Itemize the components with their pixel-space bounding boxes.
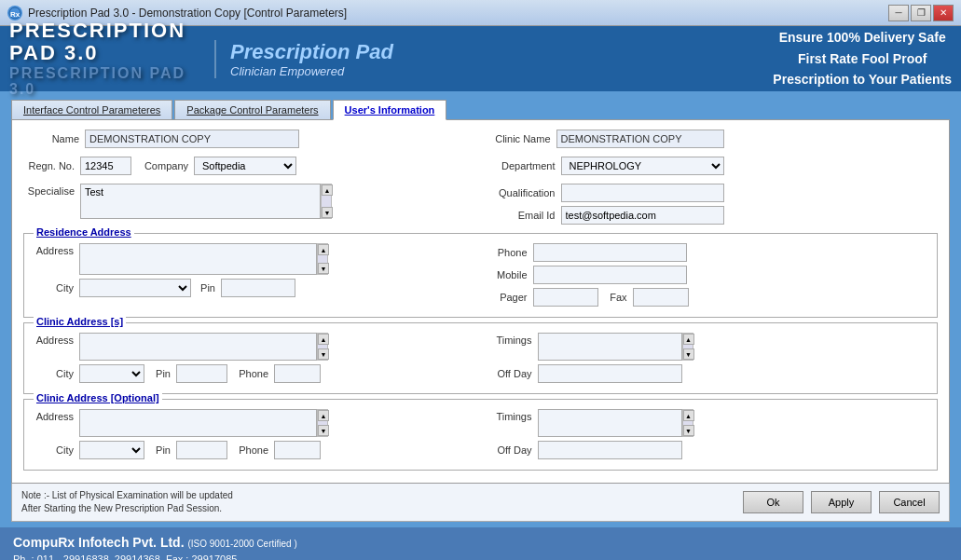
company-select[interactable]: Softpedia xyxy=(194,157,296,175)
opt-left: Address ▲ ▼ City Pin xyxy=(32,409,476,464)
cancel-button[interactable]: Cancel xyxy=(879,491,940,513)
specialise-section: Specialise Test ▲ ▼ xyxy=(23,184,476,229)
opt-city-label: City xyxy=(32,444,74,456)
cli-address-input[interactable] xyxy=(79,333,317,361)
tab-interface-control[interactable]: Interface Control Parameteres xyxy=(11,100,172,119)
company-label: Company xyxy=(137,160,188,171)
form-panel: Name Clinic Name Regn. No. Company xyxy=(11,119,950,484)
footer: CompuRx Infotech Pvt. Ltd. (ISO 9001-200… xyxy=(0,527,961,560)
footer-phone: Ph. : 011 - 29916838, 29914368, Fax : 29… xyxy=(13,552,948,560)
opt-offday-input[interactable] xyxy=(538,441,682,459)
opt-timings-label: Timings xyxy=(486,409,532,422)
regn-section: Regn. No. Company Softpedia xyxy=(23,157,476,180)
department-label: Department xyxy=(486,160,556,171)
res-pin-input[interactable] xyxy=(221,279,295,297)
res-mobile-input[interactable] xyxy=(533,266,687,284)
specialise-scroll-up[interactable]: ▲ xyxy=(322,184,333,196)
apply-button[interactable]: Apply xyxy=(811,491,872,513)
cli-tim-scroll-down[interactable]: ▼ xyxy=(683,348,694,360)
window-title: Prescription Pad 3.0 - Demonstration Cop… xyxy=(28,7,347,20)
name-input[interactable] xyxy=(85,130,299,148)
cli-address-label: Address xyxy=(32,333,74,346)
opt-phone-input[interactable] xyxy=(274,441,321,459)
banner-brand: Prescription Pad Clinician Empowered xyxy=(214,40,393,78)
opt-tim-scroll-down[interactable]: ▼ xyxy=(683,425,694,436)
title-bar-left: Rx Prescription Pad 3.0 - Demonstration … xyxy=(7,6,347,20)
cli-addr-scroll-down[interactable]: ▼ xyxy=(318,348,329,360)
close-button[interactable]: ✕ xyxy=(933,5,954,21)
note-bar: Note :- List of Physical Examination wil… xyxy=(11,484,950,522)
banner-slogan: Ensure 100% Delivery Safe First Rate Foo… xyxy=(773,27,952,89)
opt-phone-label: Phone xyxy=(233,444,268,456)
res-address-input[interactable] xyxy=(79,243,317,275)
tab-strip: Interface Control Parameteres Package Co… xyxy=(11,99,950,119)
clinic-address-title: Clinic Address [s] xyxy=(34,316,126,327)
clinic-address-group: Clinic Address [s] Address ▲ ▼ xyxy=(23,322,938,394)
clinic-optional-title: Clinic Address [Optional] xyxy=(34,392,162,403)
res-city-label: City xyxy=(32,282,74,294)
minimize-button[interactable]: ─ xyxy=(888,5,909,21)
email-input[interactable] xyxy=(561,206,724,225)
opt-pin-input[interactable] xyxy=(176,441,227,459)
res-address-label: Address xyxy=(32,243,74,256)
main-content: Interface Control Parameteres Package Co… xyxy=(0,91,961,527)
clinic-name-section: Clinic Name xyxy=(486,130,939,153)
specialise-scrollbar: ▲ ▼ xyxy=(321,184,332,219)
opt-offday-label: Off Day xyxy=(486,444,532,456)
cli-addr-scroll-up[interactable]: ▲ xyxy=(318,334,329,345)
res-fax-input[interactable] xyxy=(633,288,689,307)
res-city-select[interactable] xyxy=(79,279,191,297)
clinic-name-input[interactable] xyxy=(556,130,724,148)
res-phone-input[interactable] xyxy=(533,243,687,262)
opt-addr-scroll-down[interactable]: ▼ xyxy=(318,425,329,436)
qualification-label: Qualification xyxy=(486,187,556,198)
cli-pin-input[interactable] xyxy=(176,364,227,383)
cli-pin-label: Pin xyxy=(150,368,171,379)
res-addr-scroll-up[interactable]: ▲ xyxy=(318,244,329,255)
cli-offday-label: Off Day xyxy=(486,368,532,379)
svg-text:Rx: Rx xyxy=(10,10,21,19)
clinic-optional-group: Clinic Address [Optional] Address ▲ ▼ xyxy=(23,399,938,471)
res-phone-label: Phone xyxy=(486,247,528,258)
opt-city-select[interactable] xyxy=(79,441,144,459)
res-addr-scroll-down[interactable]: ▼ xyxy=(318,263,329,274)
cli-timings-label: Timings xyxy=(486,333,532,346)
cli-city-select[interactable] xyxy=(79,364,144,383)
restore-button[interactable]: ❐ xyxy=(911,5,931,21)
clinic-right: Timings ▲ ▼ Off Day xyxy=(486,333,930,388)
department-section: Department NEPHROLOGY xyxy=(486,157,939,180)
cli-timings-input[interactable] xyxy=(538,333,682,361)
regn-input[interactable] xyxy=(80,157,131,175)
res-pin-label: Pin xyxy=(197,282,215,294)
cli-phone-input[interactable] xyxy=(274,364,321,383)
specialise-scroll-down[interactable]: ▼ xyxy=(322,207,333,218)
qualification-input[interactable] xyxy=(561,184,724,202)
cli-offday-input[interactable] xyxy=(538,364,682,383)
ok-button[interactable]: Ok xyxy=(743,491,803,513)
opt-address-scrollbar: ▲ ▼ xyxy=(317,409,328,437)
tab-users-information[interactable]: User's Information xyxy=(333,100,447,120)
residence-address-title: Residence Address xyxy=(34,226,134,238)
email-label: Email Id xyxy=(486,210,556,221)
opt-addr-scroll-up[interactable]: ▲ xyxy=(318,410,329,421)
residence-right: Phone Mobile Pager Fax xyxy=(486,243,930,311)
tab-package-control[interactable]: Package Control Parameters xyxy=(174,100,330,119)
opt-timings-scrollbar: ▲ ▼ xyxy=(682,409,693,437)
cli-timings-scrollbar: ▲ ▼ xyxy=(682,333,693,361)
qualification-email-section: Qualification Email Id xyxy=(486,184,939,229)
res-pager-input[interactable] xyxy=(533,288,598,307)
department-select[interactable]: NEPHROLOGY xyxy=(561,157,724,175)
opt-timings-input[interactable] xyxy=(538,409,682,437)
res-fax-label: Fax xyxy=(604,292,627,303)
name-section: Name xyxy=(23,130,476,153)
specialise-input[interactable]: Test xyxy=(80,184,321,219)
opt-tim-scroll-up[interactable]: ▲ xyxy=(683,410,694,421)
residence-address-group: Residence Address Address ▲ ▼ xyxy=(23,233,938,318)
name-label: Name xyxy=(23,133,79,144)
app-icon: Rx xyxy=(7,6,22,20)
cli-phone-label: Phone xyxy=(233,368,268,379)
opt-address-input[interactable] xyxy=(79,409,317,437)
banner: PRESCRIPTION PAD 3.0 PRESCRIPTION PAD 3.… xyxy=(0,26,961,91)
cli-tim-scroll-up[interactable]: ▲ xyxy=(683,334,694,345)
cli-city-label: City xyxy=(32,368,74,379)
